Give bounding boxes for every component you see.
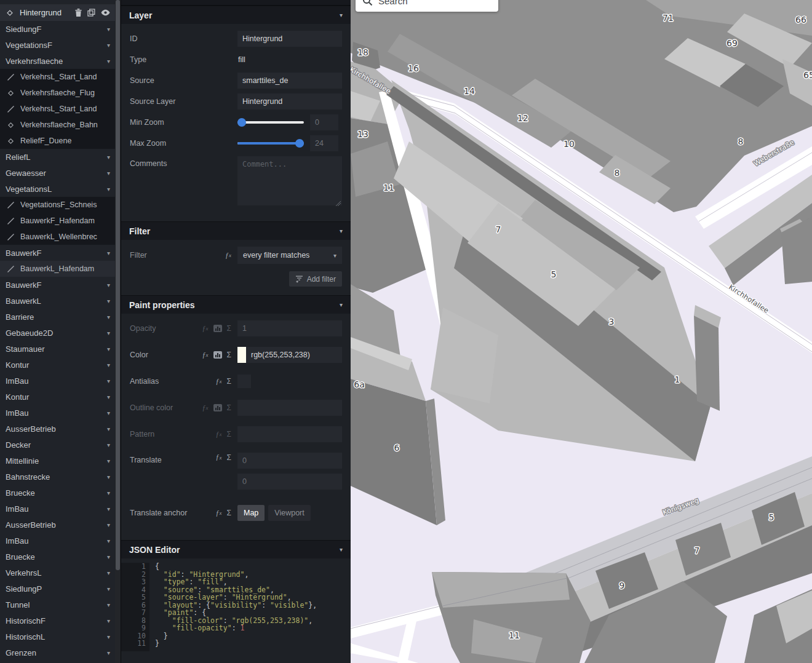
layer-group-item-staumauer[interactable]: Staumauer▾ (0, 341, 115, 357)
layer-group-item-bruecke[interactable]: Bruecke▾ (0, 549, 115, 565)
layer-group-item-ausserbetrieb[interactable]: AusserBetrieb▾ (0, 517, 115, 533)
color-swatch[interactable] (237, 347, 246, 363)
chevron-down-icon[interactable]: ▾ (107, 186, 110, 193)
layer-source-input[interactable] (237, 73, 342, 89)
comments-textarea[interactable] (237, 156, 342, 205)
layer-group-item-imbau[interactable]: ImBau▾ (0, 405, 115, 421)
chevron-down-icon[interactable]: ▾ (107, 378, 110, 384)
min-zoom-slider[interactable] (237, 118, 304, 127)
layer-group-item-verkehrsflaeche[interactable]: Verkehrsflaeche▾ (0, 53, 115, 69)
chevron-down-icon[interactable]: ▾ (107, 314, 110, 320)
expression-icon[interactable]: ƒx (225, 251, 231, 260)
expression-icon[interactable]: ƒx (216, 430, 222, 439)
layer-group-item-grenzen[interactable]: Grenzen▾ (0, 645, 115, 661)
layer-group-item-vegetationsl[interactable]: VegetationsL▾ (0, 181, 115, 197)
chevron-down-icon[interactable]: ▾ (107, 410, 110, 416)
color-input[interactable] (246, 347, 342, 363)
antialias-checkbox[interactable] (237, 375, 251, 388)
layer-group-item-verkehrsl[interactable]: VerkehrsL▾ (0, 565, 115, 581)
chevron-down-icon[interactable]: ▾ (107, 426, 110, 432)
layer-group-item-reliefl[interactable]: ReliefL▾ (0, 149, 115, 165)
layer-item-verkehrsl_start_land[interactable]: VerkehrsL_Start_Land (0, 101, 115, 117)
chevron-down-icon[interactable]: ▾ (107, 26, 110, 33)
pattern-input[interactable] (237, 426, 342, 442)
chevron-down-icon[interactable]: ▾ (107, 298, 110, 304)
layer-group-item-gebaeude2d[interactable]: Gebaeude2D▾ (0, 325, 115, 341)
layer-group-item-decker[interactable]: Decker▾ (0, 437, 115, 453)
layer-group-item-tunnel[interactable]: Tunnel▾ (0, 597, 115, 613)
chevron-down-icon[interactable]: ▾ (107, 394, 110, 400)
layer-group-item-bauwerkl[interactable]: BauwerkL▾ (0, 293, 115, 309)
map-search-box[interactable] (356, 0, 498, 12)
duplicate-layer-icon[interactable] (87, 9, 95, 17)
data-function-icon[interactable]: Σ (227, 351, 231, 359)
layer-item-bauwerkl_wellenbrec[interactable]: BauwerkL_Wellenbrec (0, 229, 115, 245)
chevron-down-icon[interactable]: ▾ (107, 458, 110, 464)
scrollbar-thumb[interactable] (116, 0, 120, 570)
max-zoom-slider[interactable] (237, 139, 304, 148)
chevron-down-icon[interactable]: ▾ (107, 570, 110, 576)
expression-icon[interactable]: ƒx (202, 351, 209, 360)
layer-group-item-historischl[interactable]: HistorischL▾ (0, 629, 115, 645)
data-function-icon[interactable]: Σ (227, 324, 231, 333)
chevron-down-icon[interactable]: ▾ (107, 490, 110, 496)
data-function-icon[interactable]: Σ (227, 509, 231, 517)
layer-group-item-kontur[interactable]: Kontur▾ (0, 389, 115, 405)
translate-anchor-option-map[interactable]: Map (237, 505, 265, 521)
chevron-down-icon[interactable]: ▾ (107, 586, 110, 592)
chevron-down-icon[interactable]: ▾ (107, 554, 110, 560)
chevron-down-icon[interactable]: ▾ (107, 506, 110, 512)
translate-input-0[interactable] (237, 453, 342, 469)
layer-group-item-historischf[interactable]: HistorischF▾ (0, 613, 115, 629)
layer-group-item-imbau[interactable]: ImBau▾ (0, 373, 115, 389)
chevron-down-icon[interactable]: ▾ (107, 170, 110, 177)
chevron-down-icon[interactable]: ▾ (107, 442, 110, 448)
chevron-down-icon[interactable]: ▾ (107, 346, 110, 352)
slider-knob[interactable] (295, 139, 304, 148)
map-search-input[interactable] (378, 0, 501, 6)
data-function-icon[interactable]: Σ (227, 403, 231, 412)
chevron-down-icon[interactable]: ▾ (107, 362, 110, 368)
visibility-icon[interactable] (101, 9, 110, 16)
layer-item-bauwerkf_hafendam[interactable]: BauwerkF_Hafendam (0, 213, 115, 229)
layer-group-item-gewaesser[interactable]: Gewaesser▾ (0, 165, 115, 181)
chevron-down-icon[interactable]: ▾ (107, 633, 110, 640)
expression-icon[interactable]: ƒx (202, 324, 209, 333)
expression-icon[interactable]: ƒx (216, 377, 222, 386)
outline-color-input[interactable] (237, 400, 342, 416)
chevron-down-icon[interactable]: ▾ (107, 538, 110, 544)
chevron-down-icon[interactable]: ▾ (107, 42, 110, 49)
chevron-down-icon[interactable]: ▾ (107, 58, 110, 65)
zoom-function-icon[interactable] (213, 404, 222, 411)
json-code-lines[interactable]: { "id": "Hintergrund", "type": "fill", "… (149, 563, 317, 651)
chevron-down-icon[interactable]: ▾ (107, 601, 110, 608)
map-view[interactable]: KirchhofalleeKirchhofalleeWeberstraßeKön… (351, 0, 812, 663)
chevron-down-icon[interactable]: ▾ (107, 617, 110, 624)
chevron-down-icon[interactable]: ▾ (107, 330, 110, 336)
section-header-layer[interactable]: Layer ▾ (121, 6, 351, 24)
chevron-down-icon[interactable]: ▾ (107, 474, 110, 480)
data-function-icon[interactable]: Σ (227, 453, 231, 462)
layer-group-item-kontur[interactable]: Kontur▾ (0, 357, 115, 373)
expression-icon[interactable]: ƒx (216, 453, 222, 462)
expression-icon[interactable]: ƒx (216, 509, 222, 518)
layer-item-verkehrsl_start_land[interactable]: VerkehrsL_Start_Land (0, 69, 115, 85)
translate-input-1[interactable] (237, 474, 342, 490)
layer-group-item-ausserbetrieb[interactable]: AusserBetrieb▾ (0, 421, 115, 437)
chevron-down-icon[interactable]: ▾ (107, 649, 110, 656)
layer-group-item-bauwerkf[interactable]: BauwerkF▾ (0, 277, 115, 293)
expression-icon[interactable]: ƒx (202, 403, 209, 413)
add-filter-button[interactable]: Add filter (289, 271, 342, 287)
chevron-down-icon[interactable]: ▾ (107, 250, 110, 256)
layer-item-hintergrund-selected[interactable]: Hintergrund (0, 4, 115, 21)
layer-group-item-vegetationsf[interactable]: VegetationsF▾ (0, 37, 115, 53)
translate-anchor-option-viewport[interactable]: Viewport (268, 505, 310, 521)
slider-knob[interactable] (237, 118, 246, 127)
max-zoom-value[interactable]: 24 (310, 135, 338, 151)
chevron-down-icon[interactable]: ▾ (107, 282, 110, 288)
data-function-icon[interactable]: Σ (227, 377, 231, 386)
chevron-down-icon[interactable]: ▾ (107, 154, 110, 161)
data-function-icon[interactable]: Σ (227, 430, 231, 439)
zoom-function-icon[interactable] (213, 351, 222, 359)
min-zoom-value[interactable]: 0 (310, 114, 338, 130)
